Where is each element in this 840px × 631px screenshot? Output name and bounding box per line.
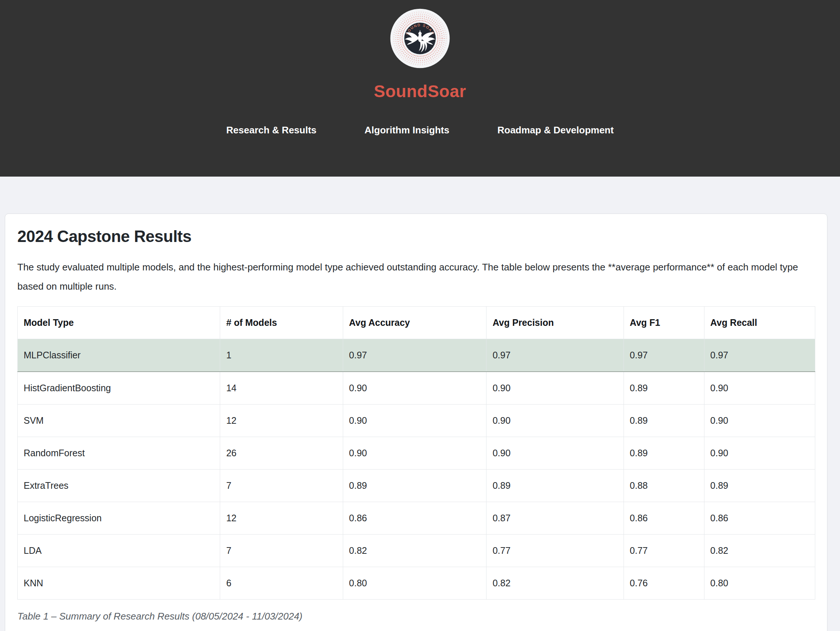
table-row: LogisticRegression120.860.870.860.86 <box>18 502 815 535</box>
table-cell: HistGradientBoosting <box>18 372 220 405</box>
nav-link-0[interactable]: Research & Results <box>226 125 317 136</box>
table-cell: 0.80 <box>704 567 815 599</box>
page-title: 2024 Capstone Results <box>17 227 815 246</box>
table-cell: 7 <box>220 470 343 502</box>
main-nav: Research & ResultsAlgorithm InsightsRoad… <box>226 125 614 136</box>
table-cell: 0.82 <box>704 535 815 567</box>
table-cell: 0.90 <box>486 437 624 470</box>
table-row: SVM120.900.900.890.90 <box>18 405 815 437</box>
soundsoar-logo: SOUND SOAR <box>390 8 450 69</box>
table-cell: 0.88 <box>624 470 704 502</box>
table-header-row: Model Type# of ModelsAvg AccuracyAvg Pre… <box>18 307 815 339</box>
table-row: HistGradientBoosting140.900.900.890.90 <box>18 372 815 405</box>
table-cell: 0.89 <box>343 470 486 502</box>
table-cell: 0.90 <box>343 437 486 470</box>
table-cell: SVM <box>18 405 220 437</box>
table-header-cell: Avg F1 <box>624 307 704 339</box>
table-header-cell: Avg Precision <box>486 307 624 339</box>
nav-link-1[interactable]: Algorithm Insights <box>365 125 450 136</box>
table-row: LDA70.820.770.770.82 <box>18 535 815 567</box>
table-cell: 0.90 <box>486 372 624 405</box>
table-cell: 0.89 <box>624 437 704 470</box>
table-header-cell: Avg Recall <box>704 307 815 339</box>
table-header-cell: Model Type <box>18 307 220 339</box>
results-table-body: MLPClassifier10.970.970.970.97HistGradie… <box>18 339 815 599</box>
table-cell: 0.90 <box>704 372 815 405</box>
table-cell: RandomForest <box>18 437 220 470</box>
table-cell: LDA <box>18 535 220 567</box>
table-caption: Table 1 – Summary of Research Results (0… <box>17 611 815 622</box>
table-cell: KNN <box>18 567 220 599</box>
results-table-head: Model Type# of ModelsAvg AccuracyAvg Pre… <box>18 307 815 339</box>
table-cell: 0.97 <box>704 339 815 372</box>
table-cell: 0.90 <box>343 372 486 405</box>
table-row: RandomForest260.900.900.890.90 <box>18 437 815 470</box>
table-cell: 0.90 <box>704 405 815 437</box>
table-cell: 0.97 <box>486 339 624 372</box>
table-cell: 0.86 <box>624 502 704 535</box>
nav-link-2[interactable]: Roadmap & Development <box>497 125 614 136</box>
table-cell: 0.89 <box>704 470 815 502</box>
brand-title: SoundSoar <box>374 81 466 101</box>
table-row: ExtraTrees70.890.890.880.89 <box>18 470 815 502</box>
table-cell: LogisticRegression <box>18 502 220 535</box>
table-cell: 1 <box>220 339 343 372</box>
table-cell: 0.87 <box>486 502 624 535</box>
table-cell: MLPClassifier <box>18 339 220 372</box>
table-cell: 0.89 <box>624 372 704 405</box>
table-cell: 0.80 <box>343 567 486 599</box>
table-row: KNN60.800.820.760.80 <box>18 567 815 599</box>
table-cell: 0.97 <box>343 339 486 372</box>
table-header-cell: Avg Accuracy <box>343 307 486 339</box>
table-cell: 0.86 <box>704 502 815 535</box>
phoenix-sunburst-icon: SOUND SOAR <box>390 8 450 69</box>
table-cell: 0.90 <box>343 405 486 437</box>
table-cell: 14 <box>220 372 343 405</box>
content-card: 2024 Capstone Results The study evaluate… <box>5 213 827 631</box>
results-table: Model Type# of ModelsAvg AccuracyAvg Pre… <box>17 306 815 599</box>
table-cell: 6 <box>220 567 343 599</box>
table-cell: 0.89 <box>624 405 704 437</box>
table-row: MLPClassifier10.970.970.970.97 <box>18 339 815 372</box>
table-header-cell: # of Models <box>220 307 343 339</box>
table-cell: 12 <box>220 502 343 535</box>
table-cell: 12 <box>220 405 343 437</box>
table-cell: 7 <box>220 535 343 567</box>
table-cell: 0.97 <box>624 339 704 372</box>
table-cell: 0.90 <box>704 437 815 470</box>
table-cell: 0.77 <box>486 535 624 567</box>
table-cell: 0.82 <box>343 535 486 567</box>
intro-paragraph: The study evaluated multiple models, and… <box>17 258 815 296</box>
table-cell: 0.86 <box>343 502 486 535</box>
table-cell: 0.77 <box>624 535 704 567</box>
table-cell: 0.89 <box>486 470 624 502</box>
table-cell: 26 <box>220 437 343 470</box>
table-cell: 0.76 <box>624 567 704 599</box>
table-cell: 0.82 <box>486 567 624 599</box>
site-header: SOUND SOAR SoundSoar Research & ResultsA… <box>0 0 840 177</box>
table-cell: ExtraTrees <box>18 470 220 502</box>
table-cell: 0.90 <box>486 405 624 437</box>
